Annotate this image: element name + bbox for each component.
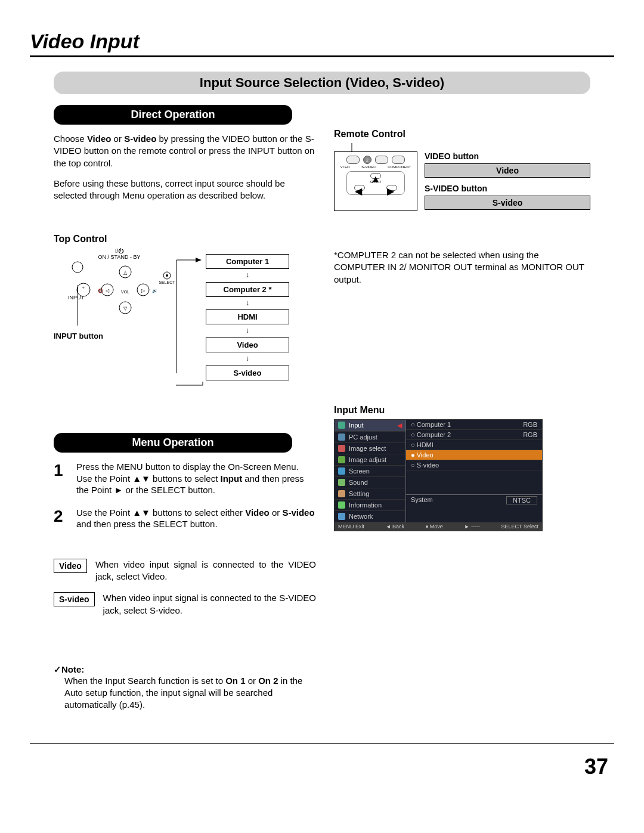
cycle-return-icon [176, 379, 212, 397]
svg-text:△: △ [123, 270, 128, 275]
top-control-diagram: I/⏻ ON / STAND - BY △ ◁ ▷ ▽ ⎆ [54, 248, 316, 397]
menu-item-imageadjust[interactable]: Image adjust [335, 454, 405, 466]
image-select-icon [338, 445, 345, 452]
svideo-label-box: S-video [54, 592, 95, 606]
svg-text:🔊: 🔊 [152, 288, 157, 293]
system-row[interactable]: System NTSC [406, 494, 542, 506]
video-button-label: VIDEO button [425, 151, 590, 161]
section-header: Input Source Selection (Video, S-video) [54, 72, 590, 94]
svg-marker-17 [196, 258, 202, 262]
menu-item-screen[interactable]: Screen [335, 466, 405, 477]
video-button-box: Video [425, 163, 590, 178]
remote-video-btn[interactable] [346, 156, 360, 164]
svg-text:🔇: 🔇 [98, 288, 103, 293]
remote-diagram: 2 VI EO S-VIDEO COMPONENT ▲ SELECT ◀ ▶ [334, 151, 417, 211]
page-title: Video Input [30, 30, 614, 57]
image-adjust-icon [338, 456, 345, 463]
svg-point-15 [166, 274, 168, 277]
pc-icon [338, 433, 345, 441]
svideo-button-label: S-VIDEO button [425, 184, 590, 193]
direct-op-para2: Before using these buttons, correct inpu… [54, 178, 316, 202]
menu-item-network[interactable]: Network [335, 511, 405, 522]
menu-operation-heading: Menu Operation [54, 433, 292, 453]
menu-item-setting[interactable]: Setting [335, 488, 405, 500]
menu-footer: MENU Exit ◄ Back ♦ Move ► ----- SELECT S… [335, 522, 542, 531]
svg-point-0 [72, 262, 83, 272]
page-number: 37 [584, 754, 608, 779]
source-svideo[interactable]: ○ S-video [406, 460, 542, 470]
connector-line-icon [334, 143, 400, 151]
svg-text:⎆: ⎆ [82, 286, 85, 289]
menu-item-sound[interactable]: Sound [335, 477, 405, 488]
input-menu-heading: Input Menu [334, 405, 590, 416]
svg-text:VOL: VOL [121, 290, 129, 294]
step-1: 1 Press the MENU button to display the O… [54, 461, 316, 496]
video-desc-row: Video When video input signal is connect… [54, 559, 316, 583]
direct-op-para1: Choose Video or S-video by pressing the … [54, 133, 316, 169]
menu-item-input[interactable]: Input◀ [335, 420, 405, 432]
info-icon [338, 501, 345, 509]
top-control-heading: Top Control [54, 234, 316, 244]
remote-num-2-btn[interactable]: 2 [363, 156, 371, 164]
network-icon [338, 513, 345, 520]
source-computer2[interactable]: ○ Computer 2RGB [406, 430, 542, 440]
sound-icon [338, 479, 345, 486]
menu-item-pcadjust[interactable]: PC adjust [335, 432, 405, 443]
computer2-note: *COMPUTER 2 can not be selected when usi… [334, 249, 590, 286]
step-2: 2 Use the Point ▲▼ buttons to select eit… [54, 507, 316, 530]
svideo-desc-row: S-video When video input signal is conne… [54, 592, 316, 617]
note-block: ✓Note: When the Input Search function is… [54, 664, 316, 711]
input-icon [338, 422, 345, 429]
svg-text:◁: ◁ [106, 288, 110, 293]
remote-svideo-btn[interactable] [375, 156, 388, 164]
remote-dpad[interactable]: ▲ SELECT ◀ ▶ [346, 171, 405, 195]
direct-operation-heading: Direct Operation [54, 105, 292, 125]
setting-icon [338, 490, 345, 497]
svg-text:▽: ▽ [123, 306, 128, 311]
menu-item-imageselect[interactable]: Image select [335, 443, 405, 454]
input-menu-screenshot: Input◀ PC adjust Image select Image adju… [334, 419, 543, 531]
input-button-label: INPUT button [54, 332, 185, 409]
source-video[interactable]: ● Video [406, 450, 542, 460]
source-computer1[interactable]: ○ Computer 1RGB [406, 420, 542, 430]
video-label-box: Video [54, 559, 87, 573]
svideo-button-box: S-video [425, 196, 590, 210]
remote-component-btn[interactable] [392, 156, 405, 164]
footer-rule [30, 743, 614, 744]
source-hdmi[interactable]: ○ HDMI [406, 440, 542, 450]
screen-icon [338, 467, 345, 475]
menu-item-information[interactable]: Information [335, 500, 405, 511]
svg-text:▷: ▷ [141, 288, 145, 293]
remote-control-heading: Remote Control [334, 129, 590, 140]
